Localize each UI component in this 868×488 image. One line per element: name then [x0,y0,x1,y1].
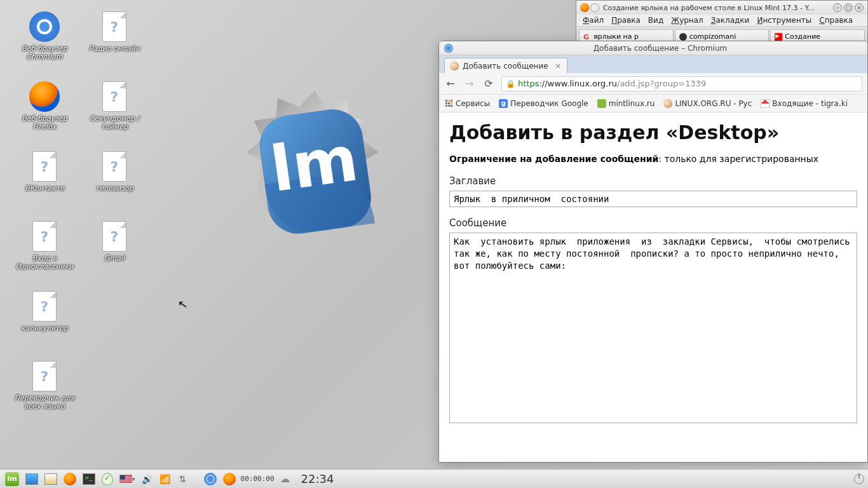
bookmark-google-translate[interactable]: gПереводчик Google [499,99,588,108]
file-icon [102,151,126,182]
sound-indicator[interactable]: 🔊 [140,472,154,486]
mint-icon [597,99,606,108]
task-chromium[interactable] [203,472,218,486]
back-button[interactable]: ← [444,78,457,90]
file-icon [102,81,126,112]
firefox-icon [64,473,76,485]
bookmark-apps[interactable]: Сервисы [444,99,490,108]
page-heading: Добавить в раздел «Desktop» [449,121,857,144]
bookmark-lor[interactable]: LINUX.ORG.RU - Рус [663,99,752,108]
menu-bookmarks[interactable]: Закладки [711,16,750,25]
menu-help[interactable]: Справка [819,16,853,25]
globe-icon [590,3,599,12]
label-message: Сообщение [449,217,857,229]
power-button[interactable] [854,474,864,484]
file-icon [32,291,57,322]
timer-display[interactable]: 00:00:00 [241,475,275,483]
file-icon [32,151,57,182]
desktop-icon-gmail[interactable]: Gmail [83,221,146,262]
desktop-icon-translator[interactable]: Переводчик для всех языко [13,361,76,410]
desktop-icon-tv[interactable]: телевизор [83,151,146,193]
firefox-icon [223,473,236,485]
clock[interactable]: 22:34 [301,472,334,485]
desktop-icon-calculator[interactable]: калькулятор [13,291,76,332]
desktop-icon-firefox[interactable]: Веб-браузер Firefox [13,81,76,131]
minimize-button[interactable]: – [833,3,842,12]
chromium-tabstrip: Добавить сообщение × [439,55,867,73]
security-indicator[interactable] [100,472,114,486]
reload-button[interactable]: ⟳ [482,78,495,90]
shield-icon [102,473,113,485]
file-manager-icon [44,473,57,485]
menu-button[interactable]: lm [4,472,20,486]
tab-favicon-icon [450,62,459,71]
mint-menu-icon: lm [5,472,19,486]
menu-view[interactable]: Вид [648,16,663,25]
chromium-page-content: Добавить в раздел «Desktop» Ограничение … [439,112,867,462]
chromium-tab[interactable]: Добавить сообщение × [444,58,567,73]
chromium-titlebar[interactable]: Добавить сообщение – Chromium [439,41,867,55]
file-icon [32,361,57,391]
bookmark-gmail[interactable]: Входящие - tigra.ki [761,99,848,108]
chromium-icon [29,11,60,42]
network-indicator[interactable]: ⇅ [176,472,190,486]
label-title: Заглавие [449,175,857,187]
wifi-indicator[interactable]: 📶 [158,472,172,486]
show-desktop-icon [25,473,38,485]
keyboard-layout[interactable]: ▾ [118,472,137,486]
desktop-icon-radio[interactable]: Радио онлайн [83,11,146,53]
chromium-bookmarks-bar: Сервисы gПереводчик Google mintlinux.ru … [439,95,867,112]
desktop-icon-chromium[interactable]: Веб-браузер Chromium [13,11,76,61]
file-icon [32,221,57,252]
tab-close-icon[interactable]: × [555,61,562,71]
message-textarea[interactable]: Как установить ярлык приложения из закла… [449,233,857,423]
taskbar: lm ▾ 🔊 📶 ⇅ 00:00:00 ☁ 22:34 [0,469,868,488]
menu-edit[interactable]: Правка [611,16,641,25]
restriction-text: Ограничение на добавление сообщений: тол… [449,154,857,164]
title-input[interactable] [449,191,857,207]
url-bar[interactable]: 🔒 https://www.linux.org.ru/add.jsp?group… [501,76,862,92]
file-icon [102,221,126,252]
file-icon [102,11,126,42]
firefox-favicon-icon [580,3,589,12]
show-desktop-button[interactable] [24,472,39,486]
desktop-icon-vkontakte[interactable]: ВКонтакте [13,151,76,193]
lock-icon: 🔒 [506,79,515,88]
close-button[interactable]: × [855,3,864,12]
gmail-icon [761,99,770,108]
firefox-titlebar[interactable]: Создание ярлыка на рабочем столе в Linux… [576,1,867,15]
chromium-toolbar: ← → ⟳ 🔒 https://www.linux.org.ru/add.jsp… [439,73,867,95]
bookmark-mintlinux[interactable]: mintlinux.ru [597,99,655,108]
firefox-window: Создание ярлыка на рабочем столе в Linux… [576,0,868,44]
desktop-icon-stopwatch[interactable]: Секундомер / таймер [83,81,146,131]
desktop-icon-odnoklassniki[interactable]: Вход в Одноклассники [13,221,76,271]
terminal-launcher[interactable] [81,472,97,486]
chromium-icon [444,44,453,53]
forward-button[interactable]: → [463,78,476,90]
menu-tools[interactable]: Инструменты [757,16,811,25]
chromium-window: Добавить сообщение – Chromium Добавить с… [438,41,868,463]
firefox-title: Создание ярлыка на рабочем столе в Linux… [603,4,831,12]
chromium-icon [204,473,217,485]
maximize-button[interactable]: ▢ [844,3,853,12]
weather-indicator[interactable]: ☁ [278,473,292,485]
firefox-menubar: ФФайлайл Правка Вид Журнал Закладки Инст… [576,15,867,27]
chromium-title: Добавить сообщение – Chromium [458,44,862,53]
terminal-icon [83,473,95,485]
lor-icon [663,99,672,108]
task-firefox[interactable] [222,472,237,486]
firefox-icon [29,81,60,112]
us-flag-icon [119,475,132,483]
menu-file[interactable]: ФФайлайл [583,16,604,25]
menu-journal[interactable]: Журнал [671,16,703,25]
firefox-launcher[interactable] [62,472,78,486]
file-manager-button[interactable] [43,472,58,486]
